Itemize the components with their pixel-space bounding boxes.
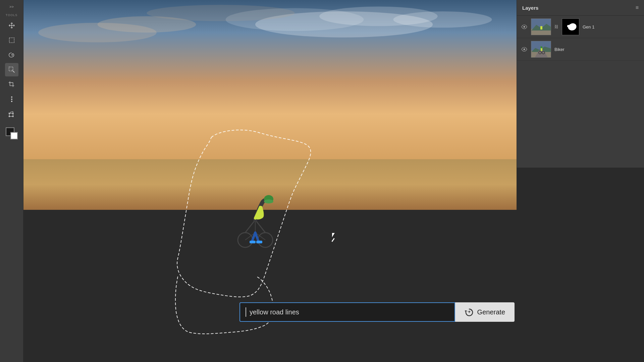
svg-point-8	[9, 116, 10, 117]
svg-point-7	[12, 113, 13, 114]
svg-point-3	[11, 99, 12, 100]
object-select-tool-button[interactable]	[5, 63, 18, 76]
generate-icon	[465, 307, 474, 317]
layer-gen1-thumbnail	[531, 18, 551, 35]
crop-icon	[8, 81, 15, 88]
layers-header: Layers ≡	[517, 0, 644, 16]
layer-gen1-mask	[562, 18, 579, 35]
transform-tool-button[interactable]	[5, 107, 18, 121]
road-svg	[23, 199, 517, 362]
biker-thumb-svg	[531, 41, 551, 58]
svg-point-4	[11, 101, 12, 102]
layer-gen1-name: Gen 1	[583, 24, 640, 29]
svg-point-9	[12, 116, 13, 117]
sky-background	[23, 0, 517, 163]
layer-gen1-visibility[interactable]	[521, 23, 528, 30]
marquee-tool-button[interactable]	[5, 34, 18, 47]
mask-thumb-svg	[562, 19, 579, 35]
layers-panel: Layers ≡ ⛓	[517, 0, 644, 168]
layer-link-icon: ⛓	[554, 24, 558, 29]
svg-point-50	[540, 46, 542, 48]
svg-point-21	[238, 233, 253, 247]
layer-biker[interactable]: Biker	[517, 38, 644, 61]
generate-button-label: Generate	[477, 308, 505, 316]
eye-icon	[521, 24, 527, 29]
svg-rect-0	[9, 38, 14, 43]
generate-input-wrapper	[239, 302, 455, 322]
svg-rect-37	[256, 241, 262, 243]
color-swatches[interactable]	[6, 127, 18, 139]
svg-line-25	[245, 220, 255, 233]
svg-rect-49	[541, 48, 542, 51]
svg-rect-5	[9, 113, 13, 116]
generate-button[interactable]: Generate	[455, 302, 515, 322]
lasso-tool-button[interactable]	[5, 48, 18, 62]
gen1-thumb-svg	[531, 19, 551, 35]
more-icon	[8, 96, 15, 103]
svg-point-2	[11, 97, 12, 98]
toolbar-section-label: TOOLS	[6, 13, 17, 17]
generate-bar: Generate	[239, 302, 515, 322]
generate-input[interactable]	[250, 308, 449, 316]
svg-line-28	[255, 233, 265, 240]
more-tools-button[interactable]	[5, 93, 18, 106]
svg-point-38	[524, 26, 525, 28]
background-color[interactable]	[10, 132, 18, 139]
svg-line-34	[252, 233, 255, 242]
toolbar-collapse-button[interactable]: >>	[7, 3, 16, 10]
svg-point-44	[524, 49, 525, 50]
svg-line-30	[261, 215, 263, 218]
layers-menu-button[interactable]: ≡	[636, 5, 639, 11]
svg-rect-42	[540, 26, 542, 29]
svg-rect-36	[250, 241, 256, 243]
marquee-icon	[8, 37, 15, 44]
layer-biker-name: Biker	[554, 47, 640, 52]
layer-gen1[interactable]: ⛓ Gen 1	[517, 16, 644, 38]
toolbar: >> TOOLS	[0, 0, 23, 362]
layer-biker-thumbnail	[531, 41, 551, 58]
svg-line-23	[245, 220, 255, 233]
eye-icon-2	[521, 47, 527, 52]
transform-icon	[8, 110, 15, 118]
svg-point-6	[9, 113, 10, 114]
svg-line-35	[255, 233, 259, 242]
layer-biker-visibility[interactable]	[521, 46, 528, 53]
svg-line-24	[255, 220, 265, 233]
svg-line-29	[255, 217, 262, 220]
svg-line-27	[245, 233, 255, 240]
svg-rect-1	[9, 67, 13, 71]
svg-point-22	[258, 233, 273, 247]
lasso-icon	[8, 51, 15, 59]
move-tool-button[interactable]	[5, 19, 18, 32]
scrubland	[23, 159, 517, 210]
crop-tool-button[interactable]	[5, 78, 18, 91]
sparkle-icon	[465, 307, 474, 317]
layers-title: Layers	[522, 5, 538, 11]
object-select-icon	[8, 66, 15, 73]
text-cursor	[246, 307, 246, 317]
move-icon	[8, 22, 15, 29]
